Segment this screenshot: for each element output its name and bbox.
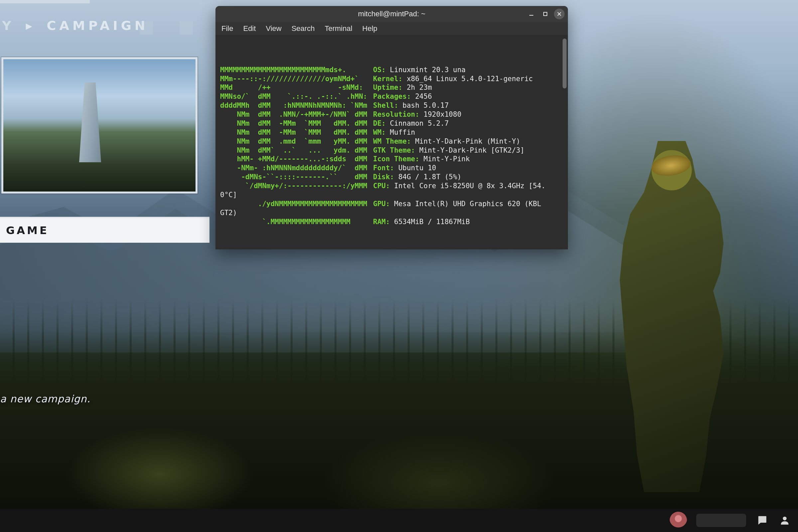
taskbar bbox=[0, 509, 798, 532]
info-line: WM Theme: Mint-Y-Dark-Pink (Mint-Y) bbox=[373, 137, 563, 146]
info-value: 0°C] bbox=[220, 191, 563, 200]
ascii-line: -NMm- :hNMNNNmdddddddddy/` dMM bbox=[220, 164, 373, 173]
terminal-body[interactable]: MMMMMMMMMMMMMMMMMMMMMMMMMmds+.OS: Linuxm… bbox=[215, 35, 568, 249]
info-value: 2456 bbox=[415, 92, 432, 100]
person-icon bbox=[779, 515, 790, 526]
terminal-menubar: File Edit View Search Terminal Help bbox=[215, 22, 568, 35]
menu-file[interactable]: File bbox=[222, 24, 233, 33]
menu-search[interactable]: Search bbox=[291, 24, 315, 33]
window-close-button[interactable] bbox=[554, 8, 565, 19]
maximize-icon bbox=[543, 11, 548, 17]
ascii-line: ddddMMh dMM :hNMNMNhNMNMNh: `NMm bbox=[220, 101, 373, 110]
info-line: OS: Linuxmint 20.3 una bbox=[373, 65, 563, 75]
screenfetch-output: MMMMMMMMMMMMMMMMMMMMMMMMMmds+.OS: Linuxm… bbox=[220, 65, 563, 226]
breadcrumb-current: CAMPAIGN bbox=[45, 17, 151, 34]
ascii-line: -dMNs-``-::::-------.`` dMM bbox=[220, 173, 373, 182]
game-breadcrumb: Y ▸ CAMPAIGN bbox=[0, 11, 151, 41]
taskbar-chat-button[interactable] bbox=[756, 514, 769, 527]
load-game-button[interactable]: GAME bbox=[0, 217, 209, 243]
info-label: Shell: bbox=[373, 101, 398, 109]
ascii-line: MMNso/` dMM `.::-. .-::.` .hMN: bbox=[220, 92, 373, 101]
info-label: WM Theme: bbox=[373, 137, 411, 145]
info-label: CPU: bbox=[373, 182, 390, 190]
taskbar-avatar-icon[interactable] bbox=[670, 512, 687, 529]
close-icon bbox=[557, 11, 562, 17]
info-line: Font: Ubuntu 10 bbox=[373, 164, 563, 173]
info-line: Icon Theme: Mint-Y-Pink bbox=[373, 155, 563, 164]
ascii-line: NMm dMM .mmd `mmm yMM. dMM bbox=[220, 137, 373, 146]
info-line: Uptime: 2h 23m bbox=[373, 83, 563, 92]
info-value: Linuxmint 20.3 una bbox=[390, 66, 466, 74]
info-label: GPU: bbox=[373, 200, 390, 208]
info-line: Disk: 84G / 1.8T (5%) bbox=[373, 173, 563, 182]
info-label: Resolution: bbox=[373, 110, 419, 118]
minimize-icon bbox=[529, 11, 534, 17]
ascii-line: ./ydNMMMMMMMMMMMMMMMMMMMMM bbox=[220, 200, 373, 208]
info-value: 6534MiB / 11867MiB bbox=[394, 218, 470, 226]
info-label: Kernel: bbox=[373, 75, 403, 83]
info-label: Font: bbox=[373, 164, 394, 172]
tab-handle[interactable] bbox=[140, 21, 153, 35]
info-label: RAM: bbox=[373, 218, 390, 226]
terminal-scrollbar[interactable] bbox=[563, 39, 567, 89]
ascii-line: NMm dMM -MMm `MMM dMM. dMM bbox=[220, 119, 373, 128]
game-tab-handles bbox=[140, 21, 193, 35]
info-line: CPU: Intel Core i5-8250U @ 8x 3.4GHz [54… bbox=[373, 182, 563, 191]
info-line: Resolution: 1920x1080 bbox=[373, 110, 563, 119]
window-maximize-button[interactable] bbox=[540, 8, 551, 19]
menu-terminal[interactable]: Terminal bbox=[324, 24, 352, 33]
ascii-line: NMm dMM -MMm `MMM dMM. dMM bbox=[220, 128, 373, 137]
svg-point-4 bbox=[783, 517, 786, 520]
info-value: Mesa Intel(R) UHD Graphics 620 (KBL bbox=[394, 200, 541, 208]
info-line: DE: Cinnamon 5.2.7 bbox=[373, 119, 563, 128]
ascii-line: NMm dMM` ..` ... ydm. dMM bbox=[220, 146, 373, 155]
info-line: GTK Theme: Mint-Y-Dark-Pink [GTK2/3] bbox=[373, 146, 563, 155]
window-minimize-button[interactable] bbox=[526, 8, 537, 19]
game-tab-indicator bbox=[0, 0, 90, 3]
menu-help[interactable]: Help bbox=[362, 24, 377, 33]
info-line: RAM: 6534MiB / 11867MiB bbox=[373, 217, 563, 226]
terminal-titlebar[interactable]: mitchell@mintPad: ~ bbox=[215, 6, 568, 22]
ascii-line: `/dMNmy+/:-------------:/yMMM bbox=[220, 182, 373, 191]
info-value: Cinnamon 5.2.7 bbox=[390, 119, 449, 127]
load-game-label: GAME bbox=[6, 224, 49, 237]
info-value: Intel Core i5-8250U @ 8x 3.4GHz [54. bbox=[394, 182, 545, 190]
svg-rect-1 bbox=[544, 12, 547, 16]
menu-edit[interactable]: Edit bbox=[243, 24, 256, 33]
info-label: Icon Theme: bbox=[373, 155, 419, 163]
info-value: Mint-Y-Dark-Pink (Mint-Y) bbox=[415, 137, 520, 145]
info-line: Kernel: x86_64 Linux 5.4.0-121-generic bbox=[373, 75, 563, 83]
taskbar-friends-button[interactable] bbox=[778, 514, 791, 527]
info-label: WM: bbox=[373, 128, 386, 136]
info-label: Disk: bbox=[373, 173, 394, 181]
info-line: WM: Muffin bbox=[373, 128, 563, 137]
terminal-window[interactable]: mitchell@mintPad: ~ File Edit View Searc… bbox=[215, 6, 568, 249]
info-line: Packages: 2456 bbox=[373, 92, 563, 101]
info-value: Mint-Y-Pink bbox=[424, 155, 470, 163]
ascii-line: MMm----::-://////////////oymNMd+` bbox=[220, 75, 373, 83]
breadcrumb-prev[interactable]: Y bbox=[0, 17, 17, 34]
ascii-line: `.MMMMMMMMMMMMMMMMMMM bbox=[220, 217, 373, 226]
info-value: GT2) bbox=[220, 208, 563, 217]
info-label: DE: bbox=[373, 119, 386, 127]
menu-view[interactable]: View bbox=[266, 24, 281, 33]
tab-handle[interactable] bbox=[179, 21, 193, 35]
ascii-line: MMd /++ -sNMd: bbox=[220, 83, 373, 92]
info-value: Mint-Y-Dark-Pink [GTK2/3] bbox=[419, 146, 524, 154]
info-label: Uptime: bbox=[373, 83, 403, 92]
info-value: Ubuntu 10 bbox=[398, 164, 436, 172]
taskbar-username[interactable] bbox=[696, 514, 746, 527]
info-value: 84G / 1.8T (5%) bbox=[398, 173, 461, 181]
campaign-hint-text: a new campaign. bbox=[0, 393, 91, 405]
info-value: x86_64 Linux 5.4.0-121-generic bbox=[407, 75, 533, 83]
breadcrumb-separator-icon: ▸ bbox=[26, 18, 36, 33]
desktop: Y ▸ CAMPAIGN GAME a new campaign. mitche… bbox=[0, 0, 798, 532]
info-value: Muffin bbox=[390, 128, 415, 136]
info-value: 2h 23m bbox=[407, 83, 432, 92]
info-value: bash 5.0.17 bbox=[403, 101, 449, 109]
info-label: GTK Theme: bbox=[373, 146, 415, 154]
campaign-preview-tile[interactable] bbox=[1, 57, 197, 193]
info-line: GPU: Mesa Intel(R) UHD Graphics 620 (KBL bbox=[373, 200, 563, 208]
ascii-line: MMMMMMMMMMMMMMMMMMMMMMMMMmds+. bbox=[220, 65, 373, 75]
info-value: 1920x1080 bbox=[424, 110, 461, 118]
